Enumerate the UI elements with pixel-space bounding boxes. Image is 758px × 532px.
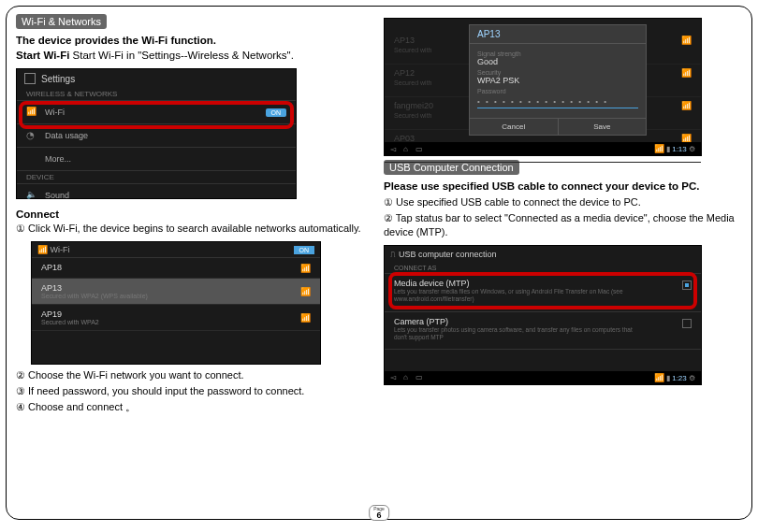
usb-step2: ② Tap status bar to select "Connected as…	[384, 211, 742, 239]
bg-ap2: AP12	[394, 68, 415, 78]
ss1-more-row: More...	[45, 154, 71, 164]
sec-val: WPA2 PSK	[477, 76, 638, 85]
cancel-button[interactable]: Cancel	[470, 119, 559, 135]
ss1-cat1: WIRELESS & NETWORKS	[17, 88, 296, 100]
connect-step4: ④ Choose and connect 。	[16, 400, 374, 414]
usb-step1: ① Use specified USB cable to connect the…	[384, 195, 742, 209]
bg-ap3: fangmei20	[394, 101, 433, 110]
more-icon	[26, 153, 37, 165]
start-desc: Start Wi-Fi in "Settings--Wireless & Net…	[73, 50, 294, 61]
status-wifi-icon-2	[654, 374, 664, 382]
status-time: 1:13	[672, 145, 687, 153]
ss1-sound-row: Sound	[45, 191, 69, 200]
sec-label: Security	[477, 69, 638, 76]
home-icon-2[interactable]: ⌂	[403, 373, 408, 381]
ap3-sec: Secured with WPA2	[41, 319, 99, 325]
bg-ap1: AP13	[394, 36, 415, 45]
bg-ap2-icon	[681, 68, 692, 87]
usb-heading: Please use specified USB cable to connec…	[384, 180, 699, 192]
ss4-title: USB computer connection	[399, 250, 497, 259]
bg-ap1-icon	[681, 36, 692, 54]
bg-ap3-icon	[681, 101, 692, 120]
recents-icon-2[interactable]: ▭	[415, 373, 423, 381]
connect-step2: ② Choose the Wi-Fi network you want to c…	[16, 368, 374, 382]
ptp-desc: Lets you transfer photos using camera so…	[394, 326, 647, 342]
ap2-signal-icon	[300, 286, 311, 296]
pw-label: Password	[477, 88, 638, 94]
home-icon[interactable]: ⌂	[403, 145, 408, 153]
ss2-toggle[interactable]: ON	[294, 246, 315, 254]
page-num-value: 6	[376, 510, 381, 520]
password-field[interactable]: • • • • • • • • • • • • • • • •	[477, 97, 638, 108]
highlight-box-wifi	[19, 101, 294, 129]
connect-step1: ① Click Wi-Fi, the device begins to sear…	[16, 222, 374, 236]
ss2-title: Wi-Fi	[51, 245, 70, 254]
battery-icon-2: ▮	[666, 374, 670, 382]
ss1-cat2: DEVICE	[17, 171, 296, 183]
dlg-title: AP13	[470, 25, 646, 44]
status-wifi-icon	[654, 145, 664, 153]
connect-heading: Connect	[16, 208, 374, 220]
bg-ap1-sub: Secured with	[394, 47, 431, 53]
wifi-icon-2	[37, 245, 48, 254]
sound-icon	[26, 190, 37, 201]
sig-val: Good	[477, 57, 638, 66]
start-label: Start Wi-Fi	[16, 50, 69, 61]
save-button[interactable]: Save	[559, 119, 647, 135]
status-time-2: 1:23	[672, 374, 687, 382]
intro-bold: The device provides the Wi-Fi function.	[16, 35, 216, 46]
ap2-sec: Secured with WPA2 (WPS available)	[41, 293, 148, 299]
settings-screenshot: Settings WIRELESS & NETWORKS Wi-Fi ON Da…	[16, 68, 297, 199]
highlight-box-mtp	[388, 272, 697, 309]
back-icon-2[interactable]: ◅	[390, 373, 396, 381]
back-icon[interactable]: ◅	[390, 145, 396, 153]
connect-step3: ③ If need password, you should input the…	[16, 384, 374, 398]
ss1-title: Settings	[41, 74, 75, 84]
ap1-signal-icon	[300, 263, 311, 273]
ap2-name: AP13	[41, 283, 148, 293]
wifi-list-screenshot: Wi-Fi ON AP18 AP13 Secured with WPA2 (WP…	[31, 241, 321, 365]
battery-icon: ▮	[666, 145, 670, 153]
bg-ap2-sub: Secured with	[394, 79, 431, 86]
wifi-dialog-screenshot: AP13Secured with AP12Secured with fangme…	[384, 18, 702, 156]
ss4-subhead: CONNECT AS	[385, 263, 701, 273]
recents-icon[interactable]: ▭	[415, 145, 423, 153]
wifi-section-tag: Wi-Fi & Networks	[16, 14, 107, 29]
bg-ap3-sub: Secured with	[394, 112, 431, 119]
usb-icon	[390, 250, 399, 259]
data-usage-icon	[26, 130, 37, 141]
intro-text: The device provides the Wi-Fi function. …	[16, 33, 374, 63]
ptp-title: Camera (PTP)	[394, 317, 647, 326]
ptp-checkbox[interactable]	[682, 319, 692, 328]
ss1-data-row: Data usage	[45, 131, 88, 140]
page-number-badge: Page 6	[369, 505, 389, 521]
ap1-name: AP18	[41, 263, 62, 272]
wifi-connect-dialog: AP13 Signal strength Good Security WPA2 …	[469, 24, 647, 136]
usb-connection-screenshot: USB computer connection CONNECT AS Media…	[384, 245, 702, 385]
ap3-signal-icon	[300, 312, 311, 323]
sig-label: Signal strength	[477, 50, 638, 57]
ap3-name: AP19	[41, 309, 99, 319]
